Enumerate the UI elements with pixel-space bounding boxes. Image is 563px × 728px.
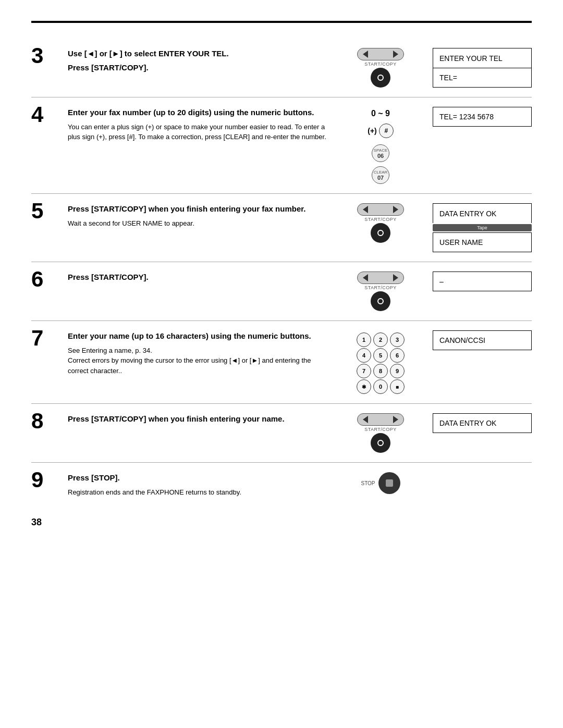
- stop-icon: [386, 479, 393, 487]
- lcd-data-entry-ok-5: DATA ENTRY OK: [433, 203, 532, 223]
- tape-label-5: Tape: [433, 224, 532, 231]
- step-9-row: 9 Press [STOP]. Registration ends and th…: [31, 463, 532, 507]
- arrow-right-icon-8: [393, 416, 398, 423]
- arrow-left-icon-5: [363, 206, 368, 213]
- step-9-body: Registration ends and the FAXPHONE retur…: [68, 487, 328, 498]
- key-2[interactable]: 2: [373, 332, 388, 347]
- step-7-body: See Entering a name, p. 34.Correct error…: [68, 346, 328, 376]
- step-9-text: Press [STOP]. Registration ends and the …: [68, 472, 328, 497]
- lcd-tel-eq: TEL=: [433, 68, 532, 88]
- plus-sign: (+): [368, 127, 377, 135]
- step-3-instruction: Use [◄] or [►] to select ENTER YOUR TEL.: [68, 48, 328, 60]
- stop-button[interactable]: [378, 472, 400, 494]
- arrow-left-icon-6: [363, 274, 368, 281]
- plus-hash-row: (+) #: [368, 124, 394, 138]
- start-copy-button-8[interactable]: [371, 433, 390, 453]
- key-5[interactable]: 5: [373, 348, 388, 363]
- num-row-4: ✱ 0 ■: [357, 379, 405, 394]
- step-5-display: DATA ENTRY OK Tape USER NAME: [433, 203, 532, 252]
- hash-button[interactable]: #: [379, 124, 394, 138]
- step-7-diagram: 1 2 3 4 5 6 7 8 9 ✱ 0 ■: [339, 330, 422, 394]
- key-1[interactable]: 1: [357, 332, 371, 347]
- top-rule: [31, 21, 532, 23]
- arrow-bar-6[interactable]: [357, 272, 404, 284]
- step-7-number: 7: [31, 327, 57, 349]
- step-6-row: 6 Press [START/COPY]. START/COPY –: [31, 262, 532, 321]
- key-0[interactable]: 0: [373, 379, 388, 394]
- step-8-diagram: START/COPY: [339, 413, 422, 453]
- step-7-instruction: Enter your name (up to 16 characters) us…: [68, 330, 328, 342]
- start-copy-inner-6: [377, 298, 384, 304]
- start-copy-label-5: START/COPY: [364, 217, 397, 222]
- start-copy-label-8: START/COPY: [364, 427, 397, 432]
- step-3-diagram: START/COPY: [339, 48, 422, 88]
- step-8-row: 8 Press [START/COPY] when you finish ent…: [31, 404, 532, 463]
- step-9-instruction: Press [STOP].: [68, 472, 328, 484]
- lcd-canon-ccsi: CANON/CCSI: [433, 330, 532, 350]
- page-number: 38: [31, 517, 42, 527]
- arrow-and-circle-8: START/COPY: [357, 413, 404, 453]
- step-5-text: Press [START/COPY] when you finish enter…: [68, 203, 328, 228]
- lcd-tel-number: TEL= 1234 5678: [433, 107, 532, 127]
- arrow-right-icon-5: [393, 206, 398, 213]
- step-3-number: 3: [31, 45, 57, 67]
- start-copy-label-6: START/COPY: [364, 285, 397, 290]
- arrow-bar-3[interactable]: [357, 48, 404, 60]
- num-range-text: 0 ~ 9: [371, 109, 390, 118]
- lcd-enter-your-tel: ENTER YOUR TEL: [433, 48, 532, 68]
- num-row-2: 4 5 6: [357, 348, 405, 363]
- clear-button[interactable]: CLEAR 07: [372, 166, 389, 184]
- arrow-right-icon-6: [393, 274, 398, 281]
- step-8-text: Press [START/COPY] when you finish enter…: [68, 413, 328, 427]
- num-row-1: 1 2 3: [357, 332, 405, 347]
- key-hash2[interactable]: ■: [390, 379, 405, 394]
- arrow-left-icon-8: [363, 416, 368, 423]
- arrow-bar-8[interactable]: [357, 413, 404, 426]
- arrow-bar-5[interactable]: [357, 203, 404, 216]
- key-8[interactable]: 8: [373, 364, 388, 378]
- step-6-diagram: START/COPY: [339, 272, 422, 311]
- num-row-3: 7 8 9: [357, 364, 405, 378]
- step-7-row: 7 Enter your name (up to 16 characters) …: [31, 321, 532, 404]
- step-9-number: 9: [31, 469, 57, 491]
- lcd-user-name-5: USER NAME: [433, 232, 532, 252]
- step-8-number: 8: [31, 410, 57, 432]
- arrow-and-circle-5: START/COPY: [357, 203, 404, 243]
- start-copy-button-5[interactable]: [371, 223, 390, 243]
- start-copy-button-6[interactable]: [371, 291, 390, 311]
- step-8-display: DATA ENTRY OK: [433, 413, 532, 433]
- space-button[interactable]: SPACE 06: [372, 144, 389, 162]
- step-7-display: CANON/CCSI: [433, 330, 532, 350]
- key-9[interactable]: 9: [390, 364, 405, 378]
- arrow-and-circle-6: START/COPY: [357, 272, 404, 311]
- lcd-data-entry-ok-8: DATA ENTRY OK: [433, 413, 532, 433]
- key-star[interactable]: ✱: [357, 379, 371, 394]
- numeric-keypad-7: 1 2 3 4 5 6 7 8 9 ✱ 0 ■: [357, 332, 405, 394]
- key-6[interactable]: 6: [390, 348, 405, 363]
- arrow-left-icon: [363, 51, 368, 58]
- start-copy-label-3: START/COPY: [364, 61, 397, 67]
- step-3-text: Use [◄] or [►] to select ENTER YOUR TEL.…: [68, 48, 328, 73]
- step-7-text: Enter your name (up to 16 characters) us…: [68, 330, 328, 376]
- step-5-body: Wait a second for USER NAME to appear.: [68, 218, 328, 229]
- step-3-display: ENTER YOUR TEL TEL=: [433, 48, 532, 88]
- key-4[interactable]: 4: [357, 348, 371, 363]
- arrow-right-icon: [393, 51, 398, 58]
- step-5-diagram: START/COPY: [339, 203, 422, 243]
- step-4-diagram: 0 ~ 9 (+) # SPACE 06 CLEAR 07: [339, 107, 422, 184]
- stop-text-label: STOP: [361, 480, 375, 486]
- step-8-instruction: Press [START/COPY] when you finish enter…: [68, 413, 328, 425]
- start-copy-inner-8: [377, 440, 384, 446]
- step-4-body: You can enter a plus sign (+) or space t…: [68, 122, 328, 142]
- lcd-dash-6: –: [433, 272, 532, 291]
- step-9-diagram: STOP: [339, 472, 422, 494]
- step-6-display: –: [433, 272, 532, 291]
- step-4-text: Enter your fax number (up to 20 digits) …: [68, 107, 328, 142]
- step-4-display: TEL= 1234 5678: [433, 107, 532, 127]
- step-4-number: 4: [31, 104, 57, 126]
- key-3[interactable]: 3: [390, 332, 405, 347]
- key-7[interactable]: 7: [357, 364, 371, 378]
- step-3-row: 3 Use [◄] or [►] to select ENTER YOUR TE…: [31, 39, 532, 97]
- start-copy-button-3[interactable]: [371, 68, 390, 88]
- arrow-and-circle-3: START/COPY: [357, 48, 404, 88]
